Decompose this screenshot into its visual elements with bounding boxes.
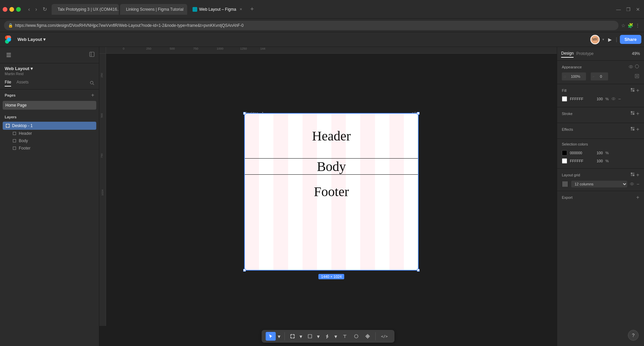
layout-grid-eye-button[interactable] bbox=[630, 182, 634, 186]
add-stroke-button[interactable]: + bbox=[636, 111, 639, 117]
toolbar-select-group: ▾ bbox=[266, 332, 282, 341]
frame-icon bbox=[5, 123, 10, 128]
opacity-label: □ bbox=[564, 75, 566, 78]
opacity-input[interactable] bbox=[567, 73, 584, 79]
svg-point-59 bbox=[631, 183, 632, 184]
svg-line-6 bbox=[93, 83, 94, 84]
fill-title: Fill bbox=[562, 89, 567, 93]
text-tool-button[interactable] bbox=[340, 332, 350, 341]
layout-grid-remove-button[interactable]: − bbox=[637, 181, 639, 187]
frame-tool-button[interactable] bbox=[287, 332, 298, 341]
appearance-header-actions bbox=[629, 64, 639, 70]
new-tab-button[interactable]: + bbox=[248, 5, 257, 13]
handle-bottom-right[interactable] bbox=[417, 269, 420, 272]
layout-grid-style-button[interactable] bbox=[630, 172, 635, 178]
selection-colors-title: Selection colors bbox=[562, 142, 588, 146]
main-menu-button[interactable] bbox=[4, 50, 13, 60]
add-layout-grid-button[interactable]: + bbox=[636, 172, 639, 178]
fit-content-button[interactable] bbox=[635, 74, 639, 79]
sidebar-search-button[interactable] bbox=[90, 80, 94, 86]
extensions-btn[interactable]: 🧩 bbox=[628, 23, 633, 28]
layer-body[interactable]: Body bbox=[9, 137, 96, 145]
browser-back-btn[interactable]: ‹ bbox=[26, 5, 32, 13]
address-input[interactable] bbox=[15, 23, 614, 28]
layer-desktop-1[interactable]: Desktop - 1 bbox=[3, 122, 96, 130]
stroke-style-button[interactable] bbox=[630, 111, 635, 117]
appearance-eye-button[interactable] bbox=[629, 64, 633, 70]
fill-eye-button[interactable] bbox=[611, 97, 615, 101]
fill-style-button[interactable] bbox=[630, 88, 635, 94]
add-page-button[interactable]: + bbox=[91, 92, 94, 98]
browser-minimize-btn[interactable] bbox=[9, 7, 14, 12]
bookmark-btn[interactable]: ☆ bbox=[621, 23, 626, 28]
export-title: Export bbox=[562, 195, 573, 199]
corner-radius-input[interactable] bbox=[596, 73, 606, 79]
frame-tool-dropdown[interactable]: ▾ bbox=[298, 333, 304, 340]
layout-grid-section: Layout grid + bbox=[557, 169, 644, 191]
components-tool-button[interactable] bbox=[363, 332, 373, 341]
toggle-sidebar-button[interactable] bbox=[89, 51, 95, 59]
layout-grid-columns-select[interactable]: 12 columns bbox=[571, 181, 627, 187]
user-avatar[interactable]: MR bbox=[590, 35, 600, 44]
browser-restore-btn[interactable]: ❐ bbox=[625, 5, 632, 13]
browser-close-btn[interactable] bbox=[3, 7, 7, 12]
canvas-area[interactable]: 0 250 500 750 1000 1250 144 250 500 750 … bbox=[99, 47, 557, 346]
browser-forward-btn[interactable]: › bbox=[33, 5, 39, 13]
pen-tool-dropdown[interactable]: ▾ bbox=[333, 333, 338, 340]
present-button[interactable]: ▶ bbox=[607, 36, 613, 44]
selection-color-swatch-white[interactable] bbox=[562, 158, 567, 164]
ellipse-tool-button[interactable] bbox=[351, 332, 361, 341]
tab2-close[interactable]: ✕ bbox=[187, 7, 187, 11]
selection-colors-header: Selection colors bbox=[562, 142, 639, 146]
browser-tab-3[interactable]: Web Layout – Figma ✕ bbox=[189, 4, 247, 15]
layer-header[interactable]: Header bbox=[9, 130, 96, 137]
pen-tool-button[interactable] bbox=[322, 332, 332, 341]
page-item-homepage[interactable]: Home Page bbox=[3, 101, 96, 110]
prototype-tab[interactable]: Prototype bbox=[576, 50, 593, 57]
browser-close-window-btn[interactable]: ✕ bbox=[635, 5, 641, 13]
canvas-header-text: Header bbox=[312, 128, 351, 144]
fill-color-swatch[interactable] bbox=[562, 96, 567, 102]
address-bar[interactable]: 🔒 bbox=[4, 21, 619, 30]
browser-tab-1[interactable]: Talx Prototyping 3 | UX (COM416... ✕ bbox=[52, 4, 119, 15]
figma-logo[interactable] bbox=[3, 34, 13, 45]
handle-top-left[interactable] bbox=[243, 112, 246, 115]
sidebar-tab-file[interactable]: File bbox=[5, 80, 11, 86]
selection-color-swatch-black[interactable] bbox=[562, 150, 567, 156]
help-button[interactable]: ? bbox=[628, 330, 639, 341]
appearance-clip-button[interactable] bbox=[635, 64, 639, 70]
handle-bottom-left[interactable] bbox=[243, 269, 246, 272]
toolbar-pen-group: ▾ bbox=[322, 332, 338, 341]
add-fill-button[interactable]: + bbox=[636, 88, 639, 94]
browser-tab-2[interactable]: Linking Screens | Figma Tutorial ✕ bbox=[120, 4, 187, 15]
effects-style-button[interactable] bbox=[630, 126, 635, 132]
add-effect-button[interactable]: + bbox=[636, 126, 639, 132]
layer-footer[interactable]: Footer bbox=[9, 145, 96, 152]
design-frame[interactable]: Header Body Footer bbox=[244, 113, 419, 271]
handle-top-right[interactable] bbox=[417, 112, 420, 115]
select-tool-dropdown[interactable]: ▾ bbox=[276, 333, 282, 340]
share-button[interactable]: Share bbox=[620, 35, 641, 44]
right-panel: Design Prototype 49% Appearance bbox=[557, 47, 644, 346]
sidebar-project-name[interactable]: Web Layout ▾ bbox=[5, 66, 94, 71]
layout-grid-title: Layout grid bbox=[562, 173, 580, 177]
rect-tool-dropdown[interactable]: ▾ bbox=[316, 333, 321, 340]
pages-list: Home Page bbox=[0, 101, 99, 112]
browser-menu-btn[interactable]: ⋮ bbox=[635, 23, 640, 28]
design-tab[interactable]: Design bbox=[561, 50, 574, 58]
rectangle-tool-button[interactable] bbox=[305, 332, 315, 341]
select-tool-button[interactable] bbox=[266, 332, 276, 341]
browser-maximize-btn[interactable] bbox=[16, 7, 21, 12]
add-export-button[interactable]: + bbox=[636, 194, 639, 200]
browser-minimize-window-btn[interactable]: — bbox=[615, 5, 622, 13]
code-view-button[interactable]: </> bbox=[378, 332, 390, 341]
tab3-close[interactable]: ✕ bbox=[239, 7, 242, 11]
project-name[interactable]: Web Layout ▾ bbox=[17, 37, 46, 42]
browser-nav-arrows: ‹ › ↻ bbox=[26, 5, 49, 13]
svg-rect-35 bbox=[635, 74, 639, 78]
sidebar-tab-assets[interactable]: Assets bbox=[16, 80, 29, 86]
ruler-v-500: 500 bbox=[100, 113, 103, 118]
fill-remove-button[interactable]: − bbox=[618, 96, 621, 102]
bottom-toolbar: ▾ ▾ ▾ bbox=[262, 330, 394, 343]
browser-refresh-btn[interactable]: ↻ bbox=[41, 5, 49, 13]
